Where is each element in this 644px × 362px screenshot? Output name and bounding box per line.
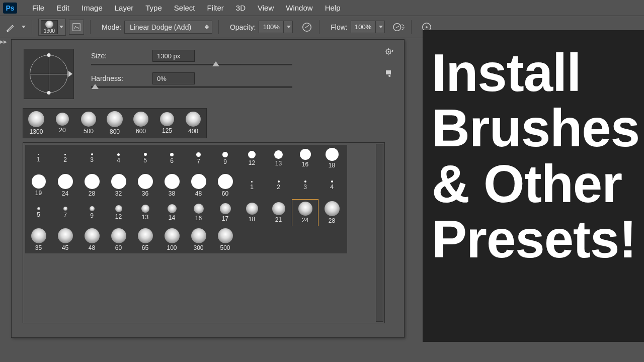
brush-preset[interactable]: 9 — [78, 199, 105, 226]
brush-preset[interactable]: 4 — [318, 172, 345, 199]
brush-preset[interactable]: 60 — [105, 226, 132, 253]
brush-preset[interactable]: 19 — [25, 172, 52, 199]
menu-select[interactable]: Select — [168, 2, 201, 14]
overlay-line: Install — [432, 45, 639, 101]
brush-preset[interactable]: 16 — [185, 199, 212, 226]
brush-preset[interactable]: 13 — [265, 145, 292, 172]
panel-expand-icon[interactable]: ▶▶ — [0, 39, 7, 44]
hardness-slider[interactable] — [91, 86, 292, 88]
brush-angle-widget[interactable] — [24, 49, 74, 99]
brush-preset[interactable]: 35 — [25, 226, 52, 253]
recent-brush[interactable]: 20 — [49, 109, 75, 138]
brush-preset[interactable]: 21 — [265, 199, 292, 226]
brush-preset[interactable]: 24 — [52, 172, 78, 199]
brush-preset[interactable]: 4 — [105, 145, 132, 172]
brush-preset[interactable]: 18 — [238, 199, 265, 226]
brush-preset[interactable]: 13 — [132, 199, 158, 226]
brush-preset-panel: Size: 1300 px Hardness: 0% 1300205008006… — [11, 39, 405, 338]
brush-preset[interactable]: 100 — [158, 226, 185, 253]
brush-preset[interactable]: 1 — [25, 145, 52, 172]
brush-preset[interactable]: 38 — [158, 172, 185, 199]
hardness-label: Hardness: — [91, 74, 146, 82]
brush-preset[interactable]: 32 — [105, 172, 132, 199]
menu-help[interactable]: Help — [319, 2, 347, 14]
chevron-down-icon — [59, 26, 63, 28]
brush-preset[interactable]: 3 — [78, 145, 105, 172]
scrollbar[interactable] — [376, 144, 383, 322]
brush-preset[interactable]: 1 — [238, 172, 265, 199]
blend-mode-value: Linear Dodge (Add) — [130, 23, 191, 31]
brush-preset[interactable]: 6 — [158, 145, 185, 172]
opacity-input[interactable]: 100% — [259, 21, 293, 33]
menu-bar: Ps FileEditImageLayerTypeSelectFilter3DV… — [0, 0, 644, 16]
recent-brush[interactable]: 500 — [75, 109, 102, 138]
chevron-down-icon[interactable] — [22, 26, 26, 28]
brush-preset[interactable]: 300 — [185, 226, 212, 253]
menu-file[interactable]: File — [26, 2, 50, 14]
brush-preset[interactable]: 500 — [212, 226, 238, 253]
menu-image[interactable]: Image — [75, 2, 109, 14]
brush-preset[interactable]: 17 — [212, 199, 238, 226]
brush-preset[interactable]: 7 — [185, 145, 212, 172]
menu-3d[interactable]: 3D — [230, 2, 252, 14]
hardness-input[interactable]: 0% — [152, 72, 195, 84]
menu-window[interactable]: Window — [280, 2, 318, 14]
size-input[interactable]: 1300 px — [152, 50, 195, 62]
photoshop-logo: Ps — [3, 3, 17, 14]
pressure-opacity-icon[interactable] — [301, 21, 313, 33]
menu-edit[interactable]: Edit — [50, 2, 75, 14]
brush-preset[interactable]: 9 — [212, 145, 238, 172]
opacity-label: Opacity: — [230, 23, 256, 31]
brush-preset[interactable]: 28 — [318, 199, 345, 226]
brush-preset-picker-button[interactable]: 1300 — [38, 19, 66, 36]
brush-preset[interactable]: 24 — [292, 199, 318, 226]
svg-point-6 — [388, 51, 389, 52]
menu-view[interactable]: View — [252, 2, 280, 14]
brush-preset[interactable]: 12 — [105, 199, 132, 226]
brush-preset[interactable]: 60 — [212, 172, 238, 199]
recent-brush[interactable]: 400 — [180, 109, 206, 138]
brush-preset[interactable]: 12 — [238, 145, 265, 172]
recent-brush[interactable]: 800 — [102, 109, 128, 138]
overlay-line: Presets! — [432, 212, 639, 267]
brush-preset[interactable]: 48 — [185, 172, 212, 199]
recent-brush[interactable]: 125 — [154, 109, 180, 138]
brush-preset[interactable]: 2 — [265, 172, 292, 199]
menu-layer[interactable]: Layer — [109, 2, 140, 14]
menu-filter[interactable]: Filter — [201, 2, 230, 14]
blend-mode-select[interactable]: Linear Dodge (Add) — [124, 21, 212, 34]
brush-preset[interactable]: 16 — [292, 145, 318, 172]
flow-input[interactable]: 100% — [351, 21, 385, 33]
brush-preset[interactable]: 14 — [158, 199, 185, 226]
brush-preset[interactable]: 36 — [132, 172, 158, 199]
airbrush-icon[interactable] — [393, 21, 405, 33]
recent-brush[interactable]: 1300 — [23, 109, 49, 138]
menu-type[interactable]: Type — [139, 2, 168, 14]
brush-size-caption: 1300 — [44, 28, 55, 34]
overlay-line: & Other — [432, 156, 639, 212]
brush-preset[interactable]: 18 — [318, 145, 345, 172]
brush-preset[interactable]: 7 — [52, 199, 78, 226]
size-slider[interactable] — [91, 64, 292, 65]
size-label: Size: — [91, 52, 146, 60]
svg-point-4 — [426, 26, 428, 28]
gear-icon[interactable] — [385, 48, 394, 56]
brush-tool-icon[interactable] — [4, 21, 17, 34]
title-overlay: Install Brushes & Other Presets! — [423, 30, 644, 342]
brush-grid: 1234567912131618192428323638486012345791… — [25, 145, 347, 253]
svg-point-1 — [303, 23, 311, 31]
brush-grid-container: 1234567912131618192428323638486012345791… — [23, 142, 385, 323]
brush-preset[interactable]: 5 — [132, 145, 158, 172]
brush-preset[interactable]: 3 — [292, 172, 318, 199]
flyout-icon[interactable] — [385, 70, 393, 77]
recent-brush[interactable]: 600 — [128, 109, 154, 138]
brush-preset[interactable]: 5 — [25, 199, 52, 226]
brush-preset[interactable]: 2 — [52, 145, 78, 172]
mode-label: Mode: — [102, 23, 121, 31]
brush-panel-toggle-button[interactable] — [69, 20, 84, 35]
brush-preset[interactable]: 65 — [132, 226, 158, 253]
brush-preset[interactable]: 48 — [78, 226, 105, 253]
brush-preset[interactable]: 28 — [78, 172, 105, 199]
brush-preset[interactable]: 45 — [52, 226, 78, 253]
flow-label: Flow: — [331, 23, 347, 31]
